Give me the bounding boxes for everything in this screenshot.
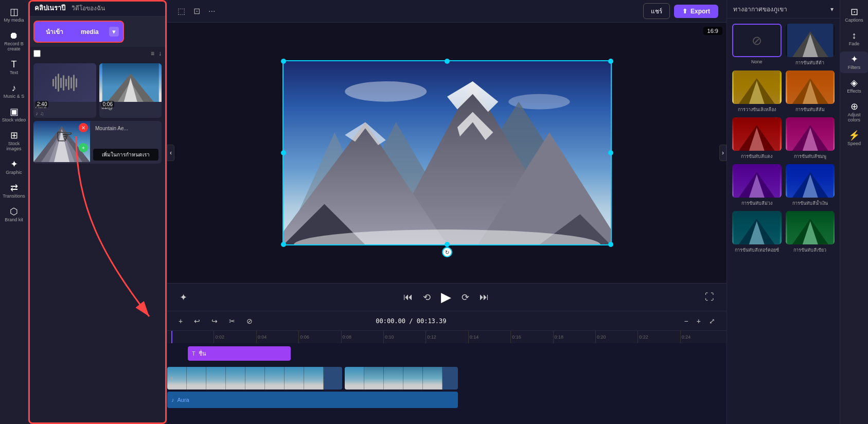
sort-icon[interactable]: ≡ — [151, 50, 154, 57]
fit-timeline-button[interactable]: ⤢ — [706, 315, 718, 327]
app-title: คลิปเนราปี — [34, 3, 65, 13]
sidebar-item-record[interactable]: ⏺ Record B create — [0, 28, 28, 55]
skip-forward-button[interactable]: ⏭ — [477, 290, 491, 305]
zoom-in-button[interactable]: + — [694, 315, 704, 327]
export-icon: ⬆ — [682, 8, 687, 15]
zoom-out-button[interactable]: − — [681, 315, 692, 327]
filter-thumb-red — [732, 117, 782, 151]
sidebar-item-text[interactable]: T Text — [0, 57, 28, 78]
speed-icon: ⚡ — [848, 131, 860, 140]
video-clip-2[interactable] — [345, 367, 458, 390]
add-badge[interactable]: + — [79, 143, 88, 152]
audio-clip[interactable]: ♪ Aura — [167, 392, 458, 408]
magic-clip-button[interactable]: ✦ — [178, 290, 189, 305]
ruler-mark-5: 0:10 — [383, 331, 426, 343]
rotate-handle[interactable]: ↻ — [442, 247, 452, 257]
filter-thumb-none: ⊘ — [732, 24, 782, 57]
handle-bottom-mid[interactable] — [445, 242, 450, 247]
preview-svg — [284, 61, 611, 244]
sidebar-item-brand-kit[interactable]: ⬡ Brand kit — [0, 204, 28, 225]
video-track-row: ⏸ — [167, 367, 727, 390]
text-icon: T — [11, 60, 17, 69]
filter-item-green[interactable]: การข้นทับสีเขียว — [786, 211, 835, 254]
mountain-thumb-container: ✕ + — [33, 121, 90, 164]
expand-panel-button[interactable]: › — [719, 145, 727, 161]
audio-clip-label: Aura — [178, 397, 189, 403]
adjust-colors-label: Adjust colors — [841, 112, 867, 122]
main-content: ⬚ ⊡ ··· แชร์ ⬆ Export — [167, 0, 727, 424]
handle-bottom-right[interactable] — [608, 242, 613, 247]
sort-direction-icon[interactable]: ↓ — [158, 50, 162, 57]
filter-item-pink[interactable]: การข้นทับสีชมพู — [786, 117, 835, 160]
delete-badge[interactable]: ✕ — [79, 123, 88, 132]
media-item-mountain[interactable]: ✕ + Mountain Ae... เพิ่มในการกำหนดเรา — [33, 121, 162, 164]
sidebar-item-adjust-colors[interactable]: ⊕ Adjust colors — [840, 99, 868, 126]
handle-mid-left[interactable] — [281, 150, 286, 155]
text-clip[interactable]: T ชื่น — [188, 346, 291, 361]
play-button[interactable]: ▶ — [439, 287, 453, 307]
collapse-panel-button[interactable]: ‹ — [167, 145, 174, 161]
media-dropdown-chevron[interactable]: ▾ — [109, 27, 119, 37]
controls-right: ⛶ — [703, 290, 716, 305]
sidebar-item-speed[interactable]: ⚡ Speed — [840, 128, 868, 149]
select-all-checkbox[interactable] — [33, 50, 41, 57]
sidebar-item-fade[interactable]: ↕ Fade — [840, 28, 868, 49]
sidebar-item-filters[interactable]: ✦ Filters — [840, 51, 868, 73]
sidebar-item-transitions[interactable]: ⇄ Transitions — [0, 180, 28, 202]
mountain-name: Mountain Ae... — [93, 124, 158, 133]
timeline-add-button[interactable]: + — [175, 315, 186, 327]
export-label: Export — [690, 8, 710, 15]
filter-item-red[interactable]: การข้นทับสีแดง — [732, 117, 782, 160]
ruler-mark-6: 0:12 — [426, 331, 468, 343]
handle-mid-right[interactable] — [608, 150, 613, 155]
handle-top-mid[interactable] — [445, 59, 450, 64]
filter-item-none[interactable]: ⊘ None — [732, 24, 782, 66]
timeline-time-display: 00:00.00 / 00:13.39 — [376, 317, 446, 325]
video-clip-1[interactable]: ⏸ — [167, 367, 342, 390]
filter-item-orange[interactable]: การข้นทับสีส้ม — [786, 70, 835, 113]
filter-item-yellow[interactable]: การวางข้นเลิเหลือง — [732, 70, 782, 113]
filter-panel-title: ทางอากาศของภูเขา — [733, 4, 787, 14]
sidebar-item-music[interactable]: ♪ Music & S — [0, 80, 28, 102]
controls-center: ⏮ ⟲ ▶ ⟳ ⏭ — [401, 287, 491, 307]
media-grid: 2:40 Aura ♪ ♫ — [28, 60, 167, 167]
sidebar-item-stock-images[interactable]: ⊞ Stock images — [0, 128, 28, 154]
crop-button[interactable]: ⬚ — [175, 4, 187, 18]
filter-item-purple[interactable]: การข้นทับสีม่วง — [732, 164, 782, 207]
audio-thumbnail — [33, 63, 96, 102]
more-button[interactable]: ··· — [206, 5, 217, 18]
handle-bottom-left[interactable] — [281, 242, 286, 247]
handle-top-left[interactable] — [281, 59, 286, 64]
filter-label-yellow: การวางข้นเลิเหลือง — [732, 106, 782, 113]
timeline-undo-button[interactable]: ↩ — [191, 315, 203, 327]
text-track-row: T ชื่น — [167, 345, 727, 365]
media-item-audio[interactable]: 2:40 Aura ♪ ♫ — [33, 63, 96, 118]
media-panel: คลิปเนราปี วิดีโอของฉัน นำเข้า media ▾ ≡… — [28, 0, 167, 424]
share-button[interactable]: แชร์ — [643, 3, 670, 19]
filter-thumb-original — [786, 24, 835, 57]
skip-back-button[interactable]: ⏮ — [401, 290, 415, 305]
rewind-5-button[interactable]: ⟲ — [421, 290, 433, 305]
upload-button[interactable]: นำเข้า — [39, 24, 70, 40]
sidebar-item-stock-video[interactable]: ▣ Stock video — [0, 104, 28, 126]
media-tab-button[interactable]: media — [74, 25, 106, 39]
media-item-video[interactable]: 0:06 แม่@ — [99, 63, 162, 118]
filter-item-original[interactable]: การข้นทับสีต้า — [786, 24, 835, 66]
sidebar-item-effects[interactable]: ◈ Effects — [840, 75, 868, 97]
sidebar-item-brand-kit-label: Brand kit — [5, 217, 23, 222]
aspect-button[interactable]: ⊡ — [191, 4, 202, 18]
top-bar-left: ⬚ ⊡ ··· — [175, 4, 217, 18]
filter-item-teal[interactable]: การข้นทับสีเทอร์คอยซ์ — [732, 211, 782, 254]
sidebar-item-captions[interactable]: ⊡ Captions — [840, 4, 868, 26]
timeline-cut-button[interactable]: ✂ — [226, 315, 238, 327]
export-button[interactable]: ⬆ Export — [674, 5, 718, 18]
filter-item-blue[interactable]: การข้นทับสีน้ำเงิน — [786, 164, 835, 207]
fullscreen-button[interactable]: ⛶ — [703, 290, 716, 305]
handle-top-right[interactable] — [608, 59, 613, 64]
panel-close-icon[interactable]: ▾ — [830, 6, 834, 13]
sidebar-item-graphics[interactable]: ✦ Graphic — [0, 156, 28, 178]
timeline-split-button[interactable]: ⊘ — [243, 315, 256, 327]
forward-5-button[interactable]: ⟳ — [459, 290, 471, 305]
sidebar-item-my-media[interactable]: ◫ My media — [0, 4, 28, 26]
timeline-redo-button[interactable]: ↪ — [208, 315, 221, 327]
